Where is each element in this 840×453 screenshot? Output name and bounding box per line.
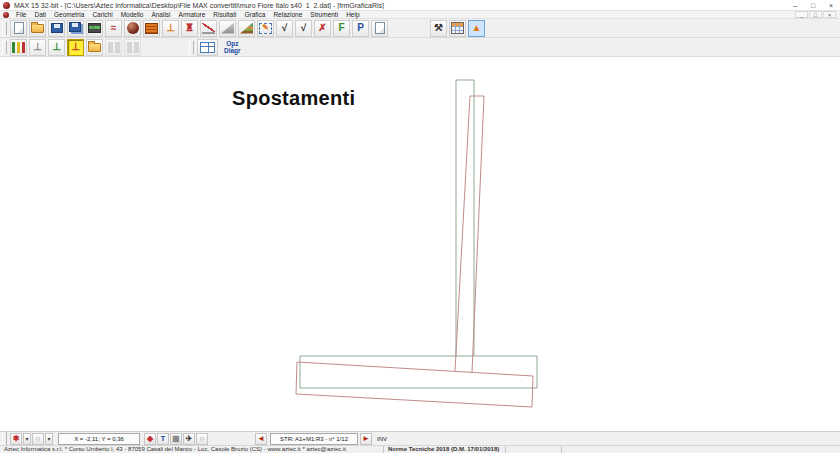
- menu-armature[interactable]: Armature: [175, 11, 210, 19]
- toolbar-grip[interactable]: [2, 41, 7, 54]
- analysis-check-2-button[interactable]: √: [295, 20, 312, 37]
- wall-displacement-diagram-button[interactable]: ⊥: [67, 39, 84, 56]
- new-file-button[interactable]: [10, 20, 27, 37]
- snap-options-icon: ○: [36, 435, 41, 443]
- edit-profile-box-icon: ✎: [259, 23, 272, 34]
- grid-tool-icon: ▦: [172, 435, 180, 443]
- colored-bars-icon: [12, 42, 25, 53]
- inv-label: INV: [377, 436, 387, 442]
- print-options-button[interactable]: ✱: [10, 433, 22, 445]
- minimize-button[interactable]: –: [786, 0, 804, 11]
- next-arrow-icon: ►: [362, 435, 370, 443]
- new-file-icon: [14, 22, 24, 34]
- founding-tool-button[interactable]: F: [333, 20, 350, 37]
- text-tool-button[interactable]: T: [157, 433, 169, 445]
- close-button[interactable]: ×: [822, 0, 840, 11]
- toolbar-grip[interactable]: [189, 41, 194, 54]
- letter-p-icon: P: [357, 23, 364, 33]
- table-icon: [200, 42, 215, 53]
- flame-chart-icon: ▲: [472, 23, 482, 33]
- plot-title: Spostamenti: [232, 87, 355, 110]
- sections-icon: [127, 42, 139, 53]
- opz-diagr-button[interactable]: Opz Diagr: [224, 40, 241, 54]
- armature-view-button[interactable]: [105, 39, 122, 56]
- menu-help[interactable]: Help: [342, 11, 363, 19]
- results-graphics-button[interactable]: ▲: [468, 20, 485, 37]
- drawing-canvas[interactable]: Spostamenti: [0, 57, 840, 431]
- wall-moment-diagram-button[interactable]: ⊥: [29, 39, 46, 56]
- menu-file[interactable]: File: [12, 11, 30, 19]
- menu-geometria[interactable]: Geometria: [50, 11, 88, 19]
- save-all-icon: [69, 22, 81, 32]
- snap-options-dropdown[interactable]: ▾: [45, 433, 53, 445]
- opz-diagr-label-line1: Opz: [224, 40, 241, 47]
- menu-grafica[interactable]: Grafica: [240, 11, 269, 19]
- flag-tool-button[interactable]: ◆: [144, 433, 156, 445]
- analysis-failed-button[interactable]: ✗: [314, 20, 331, 37]
- wall-data-button[interactable]: [143, 20, 160, 37]
- prev-combination-button[interactable]: ◄: [255, 433, 267, 445]
- mdi-restore-button[interactable]: □: [809, 11, 822, 18]
- title-bar: MAX 15 32-bit - [C:\Users\Aztec Informat…: [0, 0, 840, 11]
- menu-dati[interactable]: Dati: [30, 11, 50, 19]
- wall-geometry-button[interactable]: ⊥: [162, 20, 179, 37]
- section-view-button[interactable]: [124, 39, 141, 56]
- coordinates-readout: X = -2,11; Y = 0,36: [58, 433, 140, 445]
- grid-tool-button[interactable]: ▦: [170, 433, 182, 445]
- normative-button[interactable]: NORM: [86, 20, 103, 37]
- materials-button[interactable]: [124, 20, 141, 37]
- save-file-button[interactable]: [48, 20, 65, 37]
- menu-risultati[interactable]: Risultati: [209, 11, 240, 19]
- foundation-piles-button[interactable]: ♜: [181, 20, 198, 37]
- main-toolbar: NORM ≈ ⊥ ♜ ✎ √ √ ✗ F P ⚒ ▲: [0, 19, 840, 38]
- results-view-toolbar: ⊥ ⊥ ⊥ Opz Diagr: [0, 38, 840, 57]
- print-options-dropdown[interactable]: ▾: [23, 433, 31, 445]
- mdi-minimize-button[interactable]: _: [795, 11, 808, 18]
- letter-f-icon: F: [338, 23, 344, 33]
- menu-strumenti[interactable]: Strumenti: [306, 11, 342, 19]
- mdi-window-controls: _ □ ×: [794, 11, 836, 18]
- pressure-diagram-button[interactable]: [10, 39, 27, 56]
- wall-pressure-diagram-button[interactable]: ⊥: [48, 39, 65, 56]
- column-icon: ♜: [185, 23, 194, 33]
- mdi-close-button[interactable]: ×: [823, 11, 836, 18]
- deformed-stem: [455, 96, 484, 372]
- slope-line-icon: [202, 23, 215, 34]
- save-all-button[interactable]: [67, 20, 84, 37]
- wall-3d-view-button[interactable]: [86, 39, 103, 56]
- save-icon: [51, 23, 63, 33]
- menu-analisi[interactable]: Analisi: [147, 11, 174, 19]
- toolbar-grip[interactable]: [2, 22, 7, 35]
- menu-modello[interactable]: Modello: [117, 11, 148, 19]
- open-file-button[interactable]: [29, 20, 46, 37]
- pin-tool-button[interactable]: ✈: [183, 433, 195, 445]
- red-cross-icon: ✗: [318, 23, 326, 33]
- report-page-icon: [375, 22, 385, 34]
- edit-profile-button[interactable]: ✎: [257, 20, 274, 37]
- wall-displacement-drawing: [0, 57, 840, 431]
- armature-icon: [108, 42, 120, 53]
- project-tool-button[interactable]: P: [352, 20, 369, 37]
- pick-hammer-icon: ⚒: [434, 23, 443, 33]
- next-combination-button[interactable]: ►: [360, 433, 372, 445]
- excavation-button[interactable]: ⚒: [430, 20, 447, 37]
- zoom-tool-button[interactable]: ○: [196, 433, 208, 445]
- seismic-params-button[interactable]: ≈: [105, 20, 122, 37]
- analysis-check-1-button[interactable]: √: [276, 20, 293, 37]
- menu-carichi[interactable]: Carichi: [88, 11, 116, 19]
- opz-diagr-label-line2: Diagr: [224, 47, 241, 54]
- slope-profile-button[interactable]: [200, 20, 217, 37]
- restore-button[interactable]: □: [804, 0, 822, 11]
- status-filler: [562, 446, 840, 453]
- snap-options-button[interactable]: ○: [32, 433, 44, 445]
- toolbar-grip[interactable]: [2, 432, 7, 445]
- text-tool-icon: T: [161, 435, 166, 443]
- terrain-wedge-button[interactable]: [219, 20, 236, 37]
- results-table-button[interactable]: [449, 20, 466, 37]
- report-button[interactable]: [371, 20, 388, 37]
- menu-relazione[interactable]: Relazione: [269, 11, 306, 19]
- deformed-footing: [296, 362, 533, 407]
- app-icon: [3, 2, 10, 9]
- stratigraphy-button[interactable]: [238, 20, 255, 37]
- diagram-table-button[interactable]: [197, 39, 218, 56]
